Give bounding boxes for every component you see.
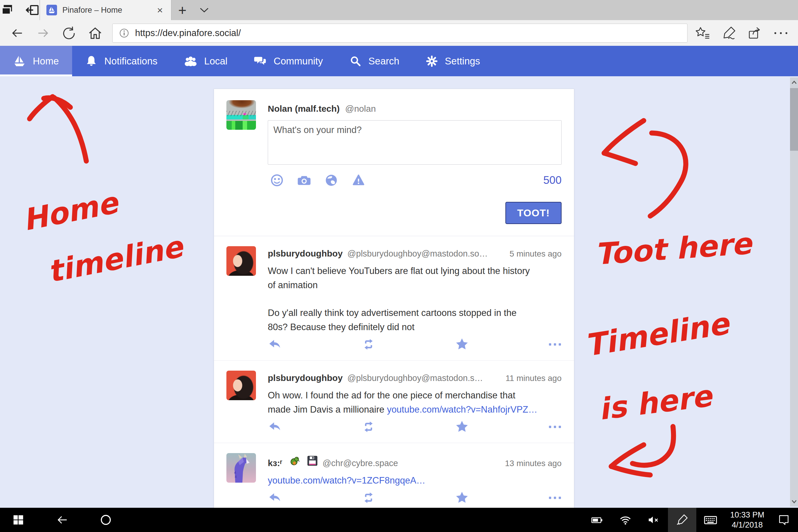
clock-time: 10:33 PM [730,510,764,520]
post-body: youtube.com/watch?v=1ZCF8ngqeA… [268,474,562,488]
account-handle: @plsburydoughboy@mastodon.s… [347,373,483,383]
dragon-emoji [287,455,300,466]
more-actions-icon[interactable] [549,342,562,347]
nav-item-settings[interactable]: Settings [413,46,493,76]
nav-label: Home [33,56,59,67]
new-tab-button[interactable]: + [171,0,193,20]
taskbar-back-icon[interactable] [48,508,76,532]
boost-icon[interactable] [362,420,375,433]
more-options-icon[interactable] [768,22,794,44]
favorites-icon[interactable] [690,22,716,44]
display-name: Nolan (malf.tech) [268,104,340,114]
favorite-star-icon[interactable] [455,338,469,351]
page-scrollbar[interactable] [790,77,798,507]
char-count: 500 [543,174,562,187]
pinafore-nav-bar: Home Notifications Local Community Searc… [0,46,798,76]
touch-keyboard-icon[interactable] [696,508,725,532]
browser-toolbar: https://dev.pinafore.social/ [0,20,798,46]
speech-bubbles-icon [254,55,267,68]
page-content: Nolan (malf.tech) @nolan [0,76,798,508]
privacy-globe-icon[interactable] [324,173,338,187]
forward-button[interactable] [30,22,56,44]
tab-list-chevron-icon[interactable] [193,0,215,20]
reply-icon[interactable] [268,338,282,351]
tab-bar-left-buttons [0,0,40,20]
share-icon[interactable] [742,22,768,44]
youtube-link[interactable]: youtube.com/watch?v=NahfojrVPZ… [387,404,537,415]
site-info-icon[interactable] [119,28,129,38]
browser-tab[interactable]: Pinafore – Home × [40,0,171,20]
home-button[interactable] [82,22,108,44]
youtube-link[interactable]: youtube.com/watch?v=1ZCF8ngqeA… [268,475,425,486]
timestamp[interactable]: 13 minutes ago [505,459,562,468]
web-notes-pen-icon[interactable] [716,22,742,44]
post-actions [268,491,562,506]
windows-ink-pen-icon[interactable] [668,508,696,532]
display-name[interactable]: plsburydoughboy [268,249,343,259]
url-text[interactable]: https://dev.pinafore.social/ [135,28,241,38]
tab-preview-icon[interactable] [0,3,15,17]
post-body: Oh wow. I found the ad for the one piece… [268,388,562,417]
volume-muted-icon[interactable] [640,508,668,532]
nav-item-notifications[interactable]: Notifications [72,46,171,76]
timestamp[interactable]: 11 minutes ago [506,374,562,383]
account-handle: @chr@cybre.space [322,458,398,468]
compose-box: Nolan (malf.tech) @nolan [214,89,574,236]
cortana-icon[interactable] [92,508,120,532]
post-actions [268,338,562,353]
more-actions-icon[interactable] [549,424,562,430]
nav-item-home[interactable]: Home [0,46,72,76]
back-button[interactable] [4,22,30,44]
search-icon [350,55,361,67]
nav-label: Notifications [104,56,157,67]
bell-icon [86,55,97,67]
avatar[interactable] [226,453,256,483]
favorite-star-icon[interactable] [455,420,469,433]
refresh-button[interactable] [56,22,82,44]
nav-label: Community [274,56,323,67]
nav-item-community[interactable]: Community [241,46,336,76]
avatar[interactable] [226,246,256,276]
timeline-column: Nolan (malf.tech) @nolan [214,89,574,508]
timestamp[interactable]: 5 minutes ago [510,249,562,259]
compose-toolbar: 500 [268,173,562,187]
content-warning-icon[interactable] [352,173,365,187]
favorite-star-icon[interactable] [455,491,469,504]
avatar[interactable] [226,100,256,130]
floppy-disk-emoji [305,455,318,466]
scrollbar-down-arrow-icon[interactable] [790,497,798,506]
display-name[interactable]: kз:ʳ [268,458,282,468]
reply-icon[interactable] [268,420,282,433]
post-actions [268,420,562,435]
taskbar-clock[interactable]: 10:33 PM 4/1/2018 [725,510,770,530]
more-actions-icon[interactable] [549,495,562,500]
nav-item-local[interactable]: Local [171,46,241,76]
compose-author: Nolan (malf.tech) @nolan [268,100,562,114]
compose-input[interactable] [268,120,562,165]
wifi-icon[interactable] [611,508,640,532]
battery-icon[interactable] [583,508,611,532]
address-bar[interactable]: https://dev.pinafore.social/ [112,24,687,42]
toot-button[interactable]: TOOT! [506,202,562,224]
tab-close-icon[interactable]: × [155,4,165,16]
dragon-avatar-art [226,453,256,483]
emoji-picker-icon[interactable] [270,173,284,187]
action-center-icon[interactable] [770,508,798,532]
reply-icon[interactable] [268,491,282,504]
avatar[interactable] [226,370,256,400]
set-tabs-aside-icon[interactable] [25,3,40,17]
display-name[interactable]: plsburydoughboy [268,373,343,383]
account-handle: @nolan [345,104,376,114]
start-button-icon[interactable] [4,508,33,532]
boost-icon[interactable] [362,491,375,504]
scrollbar-thumb[interactable] [790,88,798,151]
gear-icon [426,55,438,67]
clock-date: 4/1/2018 [730,520,764,530]
nav-item-search[interactable]: Search [336,46,413,76]
boost-icon[interactable] [362,338,375,351]
sailboat-home-icon [13,55,26,68]
people-group-icon [184,55,197,68]
status-post: kз:ʳ @chr@cybre.space 13 minutes ago you… [214,443,574,508]
media-upload-icon[interactable] [297,173,311,187]
scrollbar-up-arrow-icon[interactable] [790,78,798,87]
